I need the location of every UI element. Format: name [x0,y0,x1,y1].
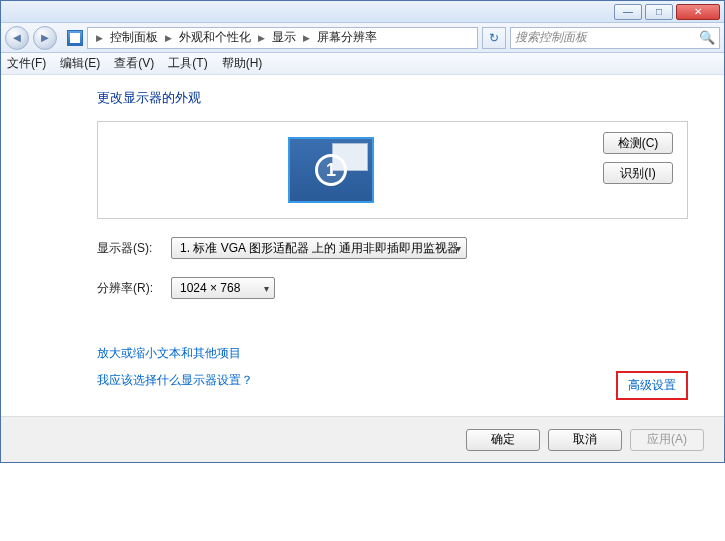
cancel-button[interactable]: 取消 [548,429,622,451]
menu-tools[interactable]: 工具(T) [168,55,207,72]
display-dropdown[interactable]: 1. 标准 VGA 图形适配器 上的 通用非即插即用监视器 [171,237,467,259]
back-button[interactable]: ◄ [5,26,29,50]
forward-button[interactable]: ► [33,26,57,50]
menu-file[interactable]: 文件(F) [7,55,46,72]
content-area: 更改显示器的外观 1 检测(C) 识别(I) 显示器(S): 1. 标准 VGA… [1,75,724,416]
page-title: 更改显示器的外观 [97,89,688,107]
titlebar: — □ ✕ [1,1,724,23]
display-label: 显示器(S): [97,240,171,257]
refresh-button[interactable]: ↻ [482,27,506,49]
breadcrumb-item[interactable]: 显示 [270,29,298,46]
chevron-right-icon: ▶ [161,33,176,43]
advanced-settings-highlight: 高级设置 [616,371,688,400]
advanced-settings-link[interactable]: 高级设置 [628,378,676,392]
dialog-footer: 确定 取消 应用(A) [1,416,724,462]
minimize-button[interactable]: — [614,4,642,20]
menu-help[interactable]: 帮助(H) [222,55,263,72]
ok-button[interactable]: 确定 [466,429,540,451]
display-dropdown-value: 1. 标准 VGA 图形适配器 上的 通用非即插即用监视器 [180,240,459,257]
navbar: ◄ ► ▶ 控制面板 ▶ 外观和个性化 ▶ 显示 ▶ 屏幕分辨率 ↻ 搜索控制面… [1,23,724,53]
search-placeholder: 搜索控制面板 [515,29,587,46]
breadcrumb[interactable]: ▶ 控制面板 ▶ 外观和个性化 ▶ 显示 ▶ 屏幕分辨率 [87,27,478,49]
monitor-preview-panel: 1 检测(C) 识别(I) [97,121,688,219]
menubar: 文件(F) 编辑(E) 查看(V) 工具(T) 帮助(H) [1,53,724,75]
breadcrumb-item[interactable]: 外观和个性化 [177,29,253,46]
text-size-link[interactable]: 放大或缩小文本和其他项目 [97,345,688,362]
chevron-right-icon: ▶ [92,33,107,43]
monitor-thumbnail[interactable]: 1 [288,137,374,203]
window-frame: — □ ✕ ◄ ► ▶ 控制面板 ▶ 外观和个性化 ▶ 显示 ▶ 屏幕分辨率 ↻… [0,0,725,463]
chevron-right-icon: ▶ [254,33,269,43]
detect-button[interactable]: 检测(C) [603,132,673,154]
apply-button[interactable]: 应用(A) [630,429,704,451]
chevron-right-icon: ▶ [299,33,314,43]
identify-button[interactable]: 识别(I) [603,162,673,184]
menu-view[interactable]: 查看(V) [114,55,154,72]
menu-edit[interactable]: 编辑(E) [60,55,100,72]
control-panel-icon [67,30,83,46]
close-button[interactable]: ✕ [676,4,720,20]
resolution-dropdown[interactable]: 1024 × 768 [171,277,275,299]
resolution-dropdown-value: 1024 × 768 [180,281,240,295]
which-display-link[interactable]: 我应该选择什么显示器设置？ [97,372,688,389]
search-icon: 🔍 [699,30,715,45]
monitor-number: 1 [315,154,347,186]
breadcrumb-item[interactable]: 控制面板 [108,29,160,46]
breadcrumb-item[interactable]: 屏幕分辨率 [315,29,379,46]
maximize-button[interactable]: □ [645,4,673,20]
resolution-label: 分辨率(R): [97,280,171,297]
search-input[interactable]: 搜索控制面板 🔍 [510,27,720,49]
